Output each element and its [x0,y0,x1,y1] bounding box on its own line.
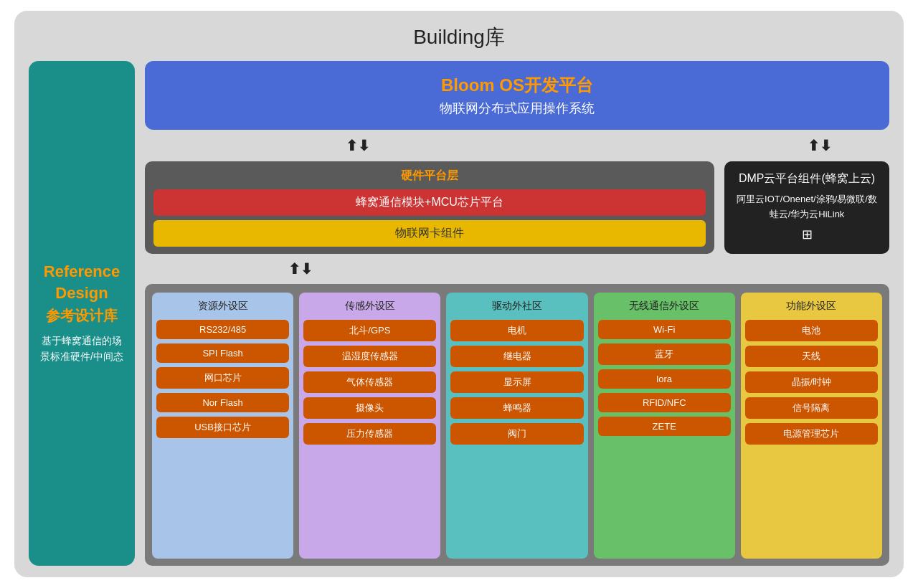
peripheral-col-functions: 功能外设区电池天线晶振/时钟信号隔离电源管理芯片 [741,293,882,559]
peripheral-col-title-functions: 功能外设区 [745,298,878,316]
dmp-subtitle: 阿里云IOT/Onenet/涂鸦/易微联/数蛙云/华为云HiLink [733,192,881,222]
peripheral-item: RFID/NFC [598,393,731,412]
hardware-row1: 蜂窝通信模块+MCU芯片平台 [153,189,706,216]
peripheral-item: 电池 [745,320,878,341]
peripheral-item: USB接口芯片 [156,417,289,438]
peripheral-item: 蜂鸣器 [450,397,583,419]
peripheral-item: 摄像头 [303,397,436,419]
peripheral-item: 天线 [745,346,878,367]
peripherals-grid: 资源外设区RS232/485SPI Flash网口芯片Nor FlashUSB接… [152,293,882,559]
bloom-os-bar: Bloom OS开发平台 物联网分布式应用操作系统 [145,61,889,130]
right-content: Bloom OS开发平台 物联网分布式应用操作系统 ⬆⬇ ⬆⬇ 硬件平台层 蜂窝… [145,61,889,566]
peripheral-item: 继电器 [450,346,583,367]
peripheral-col-title-wireless: 无线通信外设区 [598,298,731,316]
outer-container: Building库 Reference Design 参考设计库 基于蜂窝通信的… [14,11,904,577]
dmp-box: DMP云平台组件(蜂窝上云) 阿里云IOT/Onenet/涂鸦/易微联/数蛙云/… [724,161,889,254]
arrow-row-2: ⬆⬇ [145,261,889,277]
peripheral-item: Nor Flash [156,393,289,412]
peripheral-col-resources: 资源外设区RS232/485SPI Flash网口芯片Nor FlashUSB接… [152,293,293,559]
sidebar-title-en-line2: Design [55,284,108,303]
peripheral-item: 电源管理芯片 [745,423,878,445]
peripheral-item: 电机 [450,320,583,341]
peripherals-container: 资源外设区RS232/485SPI Flash网口芯片Nor FlashUSB接… [145,284,889,566]
peripheral-col-wireless: 无线通信外设区Wi-Fi蓝牙loraRFID/NFCZETE [594,293,735,559]
peripheral-col-title-resources: 资源外设区 [156,298,289,316]
page-title: Building库 [29,24,889,51]
peripheral-col-title-sensors: 传感外设区 [303,298,436,316]
peripheral-item: 温湿度传感器 [303,346,436,367]
bloom-os-title: Bloom OS开发平台 [159,74,875,97]
peripheral-item: ZETE [598,417,731,436]
dmp-plus: ⊞ [733,227,881,242]
peripheral-col-drivers: 驱动外社区电机继电器显示屏蜂鸣器阀门 [446,293,587,559]
arrow-down-center: ⬆⬇ [288,260,313,278]
peripheral-item: 网口芯片 [156,367,289,389]
peripheral-item: 蓝牙 [598,343,731,365]
dmp-title: DMP云平台组件(蜂窝上云) [733,171,881,186]
sidebar-title-en-line1: Reference [44,262,120,281]
sidebar-title-zh: 参考设计库 [46,306,118,326]
peripheral-item: 晶振/时钟 [745,371,878,393]
peripheral-item: 压力传感器 [303,423,436,445]
hardware-title: 硬件平台层 [153,169,706,184]
peripheral-item: Wi-Fi [598,320,731,339]
peripheral-item: 北斗/GPS [303,320,436,341]
arrow-down-left: ⬆⬇ [346,137,370,154]
peripheral-col-title-drivers: 驱动外社区 [450,298,583,316]
peripheral-item: 信号隔离 [745,397,878,419]
peripheral-item: 显示屏 [450,371,583,393]
peripheral-item: RS232/485 [156,320,289,339]
peripheral-item: 气体传感器 [303,371,436,393]
left-sidebar: Reference Design 参考设计库 基于蜂窝通信的场景标准硬件/中间态 [29,61,135,566]
arrow-row-1: ⬆⬇ ⬆⬇ [145,137,889,154]
peripheral-col-sensors: 传感外设区北斗/GPS温湿度传感器气体传感器摄像头压力传感器 [299,293,440,559]
sidebar-desc: 基于蜂窝通信的场景标准硬件/中间态 [37,333,126,365]
peripheral-item: SPI Flash [156,343,289,363]
hardware-platform: 硬件平台层 蜂窝通信模块+MCU芯片平台 物联网卡组件 [145,161,714,254]
hardware-row2: 物联网卡组件 [153,220,706,247]
peripheral-item: 阀门 [450,423,583,445]
peripheral-item: lora [598,369,731,389]
bloom-os-subtitle: 物联网分布式应用操作系统 [159,100,875,117]
main-layout: Reference Design 参考设计库 基于蜂窝通信的场景标准硬件/中间态… [29,61,889,566]
arrow-down-right: ⬆⬇ [808,137,832,154]
middle-row: 硬件平台层 蜂窝通信模块+MCU芯片平台 物联网卡组件 DMP云平台组件(蜂窝上… [145,161,889,254]
